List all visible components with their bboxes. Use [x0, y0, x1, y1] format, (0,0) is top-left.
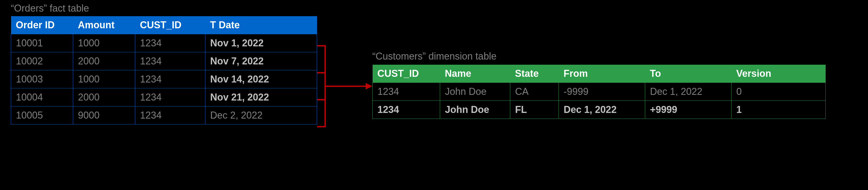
cell-order-id: 10005: [11, 107, 73, 124]
cell-cust-id: 1234: [135, 70, 205, 88]
table-row: 10004 2000 1234 Nov 21, 2022: [11, 88, 317, 107]
col-amount: Amount: [73, 16, 135, 34]
cell-amount: 9000: [73, 107, 135, 124]
cell-order-id: 10003: [11, 70, 73, 88]
col-version: Version: [732, 65, 826, 83]
col-to: To: [645, 65, 732, 83]
cell-t-date: Nov 1, 2022: [205, 34, 317, 52]
table-row: 10001 1000 1234 Nov 1, 2022: [11, 34, 317, 52]
cell-version: 0: [732, 83, 826, 101]
cell-cust-id: 1234: [135, 88, 205, 107]
col-cust-id: CUST_ID: [135, 16, 205, 34]
table-row: 10002 2000 1234 Nov 7, 2022: [11, 52, 317, 70]
cell-order-id: 10002: [11, 52, 73, 70]
cell-from: -9999: [559, 83, 645, 101]
cell-amount: 2000: [73, 52, 135, 70]
cell-amount: 1000: [73, 34, 135, 52]
col-cust-id: CUST_ID: [373, 65, 440, 83]
cell-name: John Doe: [440, 83, 510, 101]
cell-t-date: Nov 7, 2022: [205, 52, 317, 70]
cell-cust-id: 1234: [135, 52, 205, 70]
orders-caption: “Orders” fact table: [11, 3, 89, 14]
table-row: 10005 9000 1234 Dec 2, 2022: [11, 107, 317, 124]
cell-order-id: 10004: [11, 88, 73, 107]
customers-dimension-table: CUST_ID Name State From To Version 1234 …: [372, 65, 826, 119]
cell-cust-id: 1234: [135, 34, 205, 52]
cell-cust-id: 1234: [373, 83, 440, 101]
cell-state: CA: [510, 83, 559, 101]
cell-state: FL: [510, 101, 559, 119]
col-from: From: [559, 65, 645, 83]
col-order-id: Order ID: [11, 16, 73, 34]
cell-from: Dec 1, 2022: [559, 101, 645, 119]
cell-cust-id: 1234: [373, 101, 440, 119]
cell-cust-id: 1234: [135, 107, 205, 124]
table-row: 1234 John Doe CA -9999 Dec 1, 2022 0: [373, 83, 826, 101]
table-header-row: CUST_ID Name State From To Version: [373, 65, 826, 83]
cell-t-date: Dec 2, 2022: [205, 107, 317, 124]
table-row: 10003 1000 1234 Nov 14, 2022: [11, 70, 317, 88]
cell-order-id: 10001: [11, 34, 73, 52]
cell-t-date: Nov 21, 2022: [205, 88, 317, 107]
col-state: State: [510, 65, 559, 83]
col-name: Name: [440, 65, 510, 83]
customers-caption: “Customers” dimension table: [372, 51, 496, 62]
table-row: 1234 John Doe FL Dec 1, 2022 +9999 1: [373, 101, 826, 119]
cell-name: John Doe: [440, 101, 510, 119]
cell-t-date: Nov 14, 2022: [205, 70, 317, 88]
relation-arrow-icon: [317, 43, 372, 146]
col-t-date: T Date: [205, 16, 317, 34]
orders-fact-table: Order ID Amount CUST_ID T Date 10001 100…: [11, 16, 317, 124]
cell-to: Dec 1, 2022: [645, 83, 732, 101]
cell-to: +9999: [645, 101, 732, 119]
cell-version: 1: [732, 101, 826, 119]
cell-amount: 1000: [73, 70, 135, 88]
table-header-row: Order ID Amount CUST_ID T Date: [11, 16, 317, 34]
cell-amount: 2000: [73, 88, 135, 107]
